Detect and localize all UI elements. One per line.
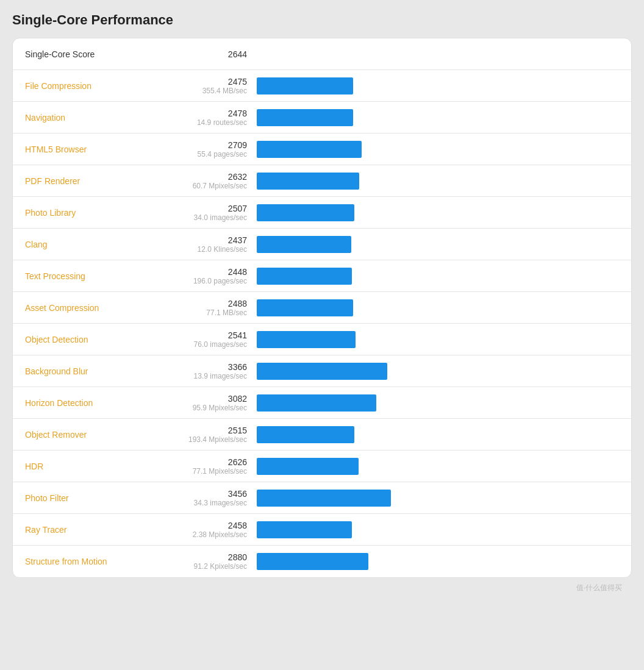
row-unit: 13.9 images/sec <box>159 372 247 380</box>
table-row: Single-Core Score2644 <box>13 38 631 70</box>
row-unit: 76.0 images/sec <box>159 340 247 349</box>
row-unit: 193.4 Mpixels/sec <box>159 435 247 444</box>
row-score-block: 248877.1 MB/sec <box>159 299 257 317</box>
row-unit: 2.38 Mpixels/sec <box>159 530 247 539</box>
bar-container <box>257 521 619 538</box>
row-score: 3456 <box>159 489 247 499</box>
row-label: Horizon Detection <box>25 398 159 408</box>
table-row: HTML5 Browser270955.4 pages/sec <box>13 134 631 165</box>
table-row: Photo Filter345634.3 images/sec <box>13 482 631 514</box>
row-unit: 77.1 MB/sec <box>159 308 247 317</box>
table-row: HDR262677.1 Mpixels/sec <box>13 451 631 482</box>
row-label: HTML5 Browser <box>25 144 159 154</box>
row-unit: 14.9 routes/sec <box>159 118 247 127</box>
row-score-block: 2515193.4 Mpixels/sec <box>159 426 257 444</box>
row-score: 2644 <box>159 49 247 59</box>
bar-container <box>257 268 619 285</box>
row-label: Ray Tracer <box>25 525 159 535</box>
performance-bar <box>257 363 387 380</box>
table-row: Asset Compression248877.1 MB/sec <box>13 292 631 324</box>
table-row: Horizon Detection308295.9 Mpixels/sec <box>13 387 631 419</box>
row-score-block: 2448196.0 pages/sec <box>159 267 257 285</box>
table-row: Clang243712.0 Klines/sec <box>13 229 631 260</box>
row-unit: 196.0 pages/sec <box>159 277 247 285</box>
row-score-block: 247814.9 routes/sec <box>159 109 257 127</box>
row-unit: 355.4 MB/sec <box>159 87 247 95</box>
table-row: Photo Library250734.0 images/sec <box>13 197 631 229</box>
row-score: 2632 <box>159 172 247 182</box>
table-row: Object Detection254176.0 images/sec <box>13 324 631 355</box>
bar-container <box>257 236 619 253</box>
page-title: Single-Core Performance <box>12 12 632 28</box>
row-score: 2437 <box>159 235 247 245</box>
row-label: Photo Filter <box>25 493 159 503</box>
performance-bar <box>257 204 354 221</box>
row-score-block: 336613.9 images/sec <box>159 362 257 380</box>
bar-container <box>257 204 619 221</box>
bar-container <box>257 109 619 126</box>
row-unit: 60.7 Mpixels/sec <box>159 182 247 190</box>
row-score: 2507 <box>159 204 247 213</box>
table-row: Ray Tracer24582.38 Mpixels/sec <box>13 514 631 546</box>
bar-container <box>257 363 619 380</box>
performance-bar <box>257 521 352 538</box>
row-label: Single-Core Score <box>25 49 159 59</box>
table-row: PDF Renderer263260.7 Mpixels/sec <box>13 165 631 197</box>
table-row: File Compression2475355.4 MB/sec <box>13 70 631 102</box>
table-row: Navigation247814.9 routes/sec <box>13 102 631 134</box>
row-score-block: 345634.3 images/sec <box>159 489 257 507</box>
performance-bar <box>257 236 351 253</box>
row-label: Object Remover <box>25 430 159 440</box>
row-score: 2541 <box>159 330 247 340</box>
watermark: 值·什么值得买 <box>12 578 632 596</box>
row-label: PDF Renderer <box>25 176 159 186</box>
row-label: Asset Compression <box>25 303 159 313</box>
row-unit: 34.3 images/sec <box>159 499 247 507</box>
row-score: 2880 <box>159 552 247 562</box>
row-score: 2626 <box>159 457 247 467</box>
table-row: Text Processing2448196.0 pages/sec <box>13 260 631 292</box>
row-score: 2709 <box>159 140 247 150</box>
row-score: 3082 <box>159 394 247 404</box>
row-label: HDR <box>25 462 159 471</box>
row-label: Structure from Motion <box>25 557 159 566</box>
bar-container <box>257 141 619 158</box>
performance-bar <box>257 173 359 190</box>
performance-bar <box>257 77 353 94</box>
row-unit: 55.4 pages/sec <box>159 150 247 159</box>
performance-bar <box>257 394 376 412</box>
row-label: Clang <box>25 240 159 249</box>
row-score-block: 2644 <box>159 49 257 59</box>
row-label: Background Blur <box>25 366 159 376</box>
row-label: File Compression <box>25 81 159 91</box>
row-unit: 95.9 Mpixels/sec <box>159 404 247 412</box>
row-unit: 12.0 Klines/sec <box>159 245 247 254</box>
row-score-block: 2475355.4 MB/sec <box>159 77 257 95</box>
row-unit: 34.0 images/sec <box>159 213 247 222</box>
table-row: Background Blur336613.9 images/sec <box>13 355 631 387</box>
table-row: Object Remover2515193.4 Mpixels/sec <box>13 419 631 451</box>
performance-bar <box>257 553 368 570</box>
table-row: Structure from Motion288091.2 Kpixels/se… <box>13 546 631 577</box>
row-score: 2488 <box>159 299 247 308</box>
row-label: Object Detection <box>25 335 159 344</box>
row-score: 3366 <box>159 362 247 372</box>
performance-bar <box>257 490 391 507</box>
bar-container <box>257 173 619 190</box>
performance-bar <box>257 331 356 348</box>
row-score: 2478 <box>159 109 247 118</box>
bar-container <box>257 426 619 443</box>
row-score-block: 308295.9 Mpixels/sec <box>159 394 257 412</box>
row-score: 2475 <box>159 77 247 87</box>
performance-bar <box>257 109 353 126</box>
row-label: Text Processing <box>25 271 159 281</box>
row-score-block: 250734.0 images/sec <box>159 204 257 222</box>
row-score-block: 24582.38 Mpixels/sec <box>159 521 257 539</box>
performance-bar <box>257 299 353 316</box>
row-unit: 91.2 Kpixels/sec <box>159 562 247 571</box>
row-score-block: 254176.0 images/sec <box>159 330 257 349</box>
performance-bar <box>257 268 352 285</box>
performance-bar <box>257 458 359 475</box>
row-score-block: 243712.0 Klines/sec <box>159 235 257 254</box>
bar-container <box>257 394 619 412</box>
